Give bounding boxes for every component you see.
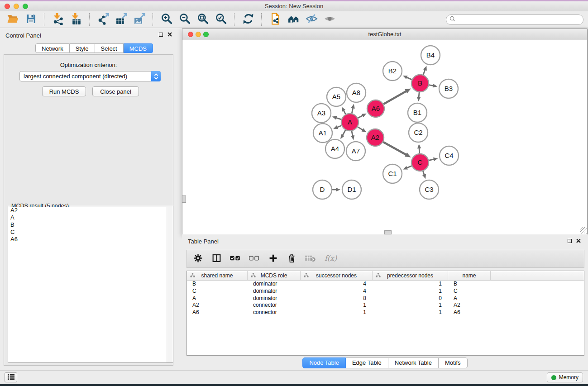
optimization-criterion-select[interactable]: largest connected component (directed) [19, 71, 161, 81]
tab-network-table[interactable]: Network Table [388, 357, 439, 368]
graph-edge-A-A3[interactable] [332, 116, 341, 120]
minimize-window-button[interactable] [14, 4, 19, 9]
table-cell[interactable]: A [187, 295, 248, 302]
hide-graphics-details-button[interactable] [302, 12, 320, 27]
open-session-button[interactable] [4, 12, 22, 27]
table-cell[interactable]: A6 [448, 309, 491, 316]
panel-layout-button[interactable] [211, 253, 222, 264]
control-panel-float-icon[interactable] [159, 33, 163, 37]
table-cell[interactable]: dominator [248, 281, 301, 288]
mcds-result-item[interactable]: C [8, 229, 173, 236]
graph-node-A4[interactable]: A4 [325, 139, 344, 158]
search-field[interactable] [446, 14, 583, 25]
control-panel-close-icon[interactable] [167, 32, 172, 37]
graph-edge-B-B2[interactable] [403, 76, 412, 80]
column-header-MCDS-role[interactable]: MCDS role [248, 271, 301, 280]
table-cell[interactable]: connector [248, 309, 301, 316]
show-graphics-details-button[interactable] [320, 12, 339, 27]
table-cell[interactable]: C [448, 288, 491, 295]
run-mcds-button[interactable]: Run MCDS [42, 86, 86, 96]
graph-node-C4[interactable]: C4 [440, 146, 459, 165]
graph-node-B[interactable]: B [411, 75, 429, 92]
close-panel-button[interactable]: Close panel [92, 86, 139, 96]
window-resize-grip[interactable] [580, 227, 587, 234]
graph-node-B2[interactable]: B2 [383, 62, 402, 81]
table-cell[interactable]: B [187, 281, 248, 288]
task-history-button[interactable] [5, 372, 17, 382]
graph-node-C[interactable]: C [411, 154, 429, 171]
graph-node-A[interactable]: A [341, 114, 359, 131]
table-cell[interactable]: 1 [373, 302, 448, 309]
table-row[interactable]: A2connector11A2 [187, 302, 584, 309]
save-session-button[interactable] [22, 12, 40, 27]
zoom-fit-button[interactable] [194, 12, 212, 27]
table-cell[interactable]: 4 [301, 281, 373, 288]
import-network-button[interactable] [49, 12, 67, 27]
network-maximize-button[interactable] [203, 32, 209, 37]
column-header-name[interactable]: name [448, 271, 491, 280]
graph-edge-A-A8[interactable] [351, 104, 355, 113]
search-input[interactable] [455, 16, 583, 23]
settings-button[interactable] [192, 253, 203, 264]
graph-edge-B-B3[interactable] [429, 84, 438, 87]
network-file-button[interactable] [266, 12, 284, 27]
graph-node-A3[interactable]: A3 [312, 104, 331, 123]
network-minimize-button[interactable] [196, 32, 201, 37]
graph-edge-C-C2[interactable] [417, 144, 421, 153]
table-cell[interactable]: 1 [373, 309, 448, 316]
graph-edge-B-B1[interactable] [417, 92, 421, 101]
memory-button[interactable]: Memory [547, 372, 583, 382]
zoom-selected-button[interactable] [212, 12, 230, 27]
graph-edge-D-D1[interactable] [332, 188, 340, 191]
table-cell[interactable]: 1 [301, 309, 373, 316]
export-network-button[interactable] [94, 12, 112, 27]
graph-edge-C-C3[interactable] [422, 171, 426, 179]
graph-node-D1[interactable]: D1 [342, 180, 361, 199]
graph-edge-A-A6[interactable] [358, 114, 367, 118]
table-row[interactable]: Bdominator41B [187, 281, 584, 288]
tab-motifs[interactable]: Motifs [439, 357, 468, 368]
column-header-predecessor-nodes[interactable]: predecessor nodes [373, 271, 448, 280]
graph-edge-A2-C[interactable] [383, 142, 411, 157]
graph-node-A5[interactable]: A5 [327, 87, 346, 106]
maximize-window-button[interactable] [23, 4, 28, 9]
deselect-all-button[interactable] [249, 255, 260, 263]
export-image-button[interactable] [130, 12, 148, 27]
table-row[interactable]: A6connector11A6 [187, 309, 584, 316]
zoom-in-button[interactable] [158, 12, 176, 27]
graph-edge-A-A1[interactable] [333, 125, 341, 129]
table-cell[interactable]: B [448, 281, 491, 288]
table-row[interactable]: Cdominator41C [187, 288, 584, 295]
graph-edge-A-A4[interactable] [340, 130, 345, 139]
graph-node-A8[interactable]: A8 [347, 83, 366, 102]
table-cell[interactable]: 1 [301, 302, 373, 309]
table-cell[interactable]: C [187, 288, 248, 295]
tab-mcds[interactable]: MCDS [124, 43, 153, 53]
graph-node-A1[interactable]: A1 [313, 124, 332, 143]
table-cell[interactable]: 1 [373, 288, 448, 295]
table-cell[interactable]: A [448, 295, 491, 302]
table-panel-float-icon[interactable] [568, 239, 572, 243]
tab-style[interactable]: Style [70, 43, 95, 53]
refresh-view-button[interactable] [239, 12, 257, 27]
table-cell[interactable]: A2 [187, 302, 248, 309]
table-cell[interactable]: dominator [248, 288, 301, 295]
graph-node-B3[interactable]: B3 [439, 79, 458, 98]
close-window-button[interactable] [5, 4, 10, 9]
table-cell[interactable]: 4 [301, 288, 373, 295]
graph-edge-A6-B[interactable] [383, 88, 411, 104]
graph-edge-B-B4[interactable] [423, 66, 427, 75]
mcds-result-item[interactable]: A [8, 214, 173, 221]
table-cell[interactable]: connector [248, 302, 301, 309]
ndex-home-button[interactable] [284, 12, 302, 27]
column-header-shared-name[interactable]: shared name [187, 271, 248, 280]
graph-edge-A-A5[interactable] [342, 107, 346, 114]
table-cell[interactable]: 8 [301, 295, 373, 302]
splitter-handle-bottom[interactable] [384, 230, 392, 234]
table-cell[interactable]: A2 [448, 302, 491, 309]
tab-network[interactable]: Network [35, 43, 70, 53]
graph-node-C3[interactable]: C3 [420, 180, 439, 199]
graph-edge-C-C4[interactable] [429, 157, 438, 161]
tab-select[interactable]: Select [95, 43, 124, 53]
column-header-successor-nodes[interactable]: successor nodes [301, 271, 373, 280]
